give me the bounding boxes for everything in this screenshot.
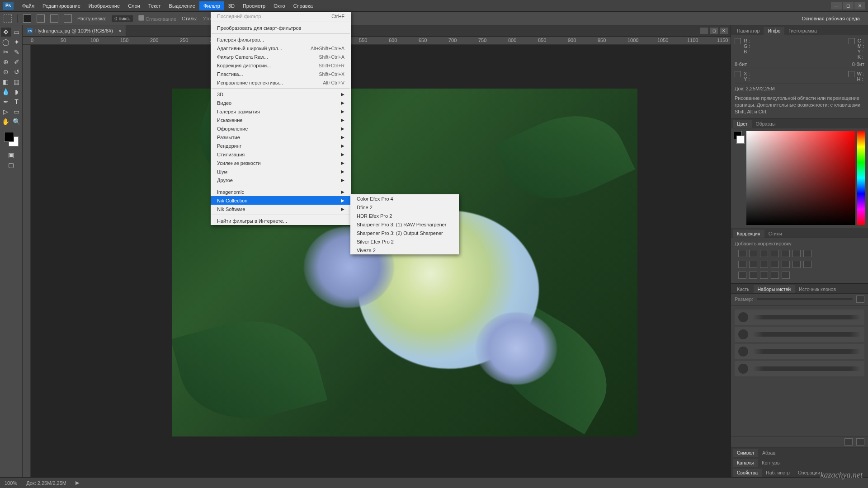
tab-Источник клонов[interactable]: Источник клонов <box>795 285 840 293</box>
doc-close[interactable]: ✕ <box>720 28 728 34</box>
selective-icon[interactable] <box>749 272 757 279</box>
blur-tool[interactable]: 💧 <box>1 87 11 96</box>
brush-size-slider[interactable] <box>757 298 853 300</box>
tab-Каналы[interactable]: Каналы <box>733 459 758 467</box>
dodge-tool[interactable]: ◗ <box>12 87 22 96</box>
path-tool[interactable]: ▷ <box>1 107 11 116</box>
adj5-icon[interactable] <box>782 272 790 279</box>
move-tool[interactable]: ✥ <box>1 28 11 37</box>
menu-item[interactable]: Коррекция дисторсии...Shift+Ctrl+R <box>211 61 351 70</box>
tab-Наб. инстр[interactable]: Наб. инстр <box>762 469 794 477</box>
menu-item[interactable]: Пластика...Shift+Ctrl+X <box>211 70 351 78</box>
selection-add-icon[interactable] <box>37 14 45 23</box>
history-brush-tool[interactable]: ↺ <box>12 67 22 76</box>
menu-item[interactable]: Размытие▶ <box>211 133 351 141</box>
menu-файл[interactable]: Файл <box>18 1 38 10</box>
gradient-map-icon[interactable] <box>738 272 746 279</box>
quickmask-tool[interactable]: ▣ <box>6 150 16 160</box>
feather-value[interactable]: 0 пикс. <box>112 15 133 22</box>
tab-Образцы[interactable]: Образцы <box>752 120 780 128</box>
screenmode-tool[interactable]: ▢ <box>6 160 16 169</box>
mixer-icon[interactable] <box>760 261 768 268</box>
tool-preset-icon[interactable] <box>4 14 12 23</box>
brush-tool[interactable]: ✐ <box>12 57 22 66</box>
maximize-button[interactable]: ◻ <box>843 2 854 9</box>
menu-слои[interactable]: Слои <box>124 1 144 10</box>
posterize-icon[interactable] <box>793 261 801 268</box>
wand-tool[interactable]: ✦ <box>12 38 22 47</box>
threshold-icon[interactable] <box>803 261 811 268</box>
crop-tool[interactable]: ✂ <box>1 47 11 56</box>
healing-tool[interactable]: ⊕ <box>1 57 11 66</box>
hand-tool[interactable]: ✋ <box>1 117 11 126</box>
menu-текст[interactable]: Текст <box>144 1 165 10</box>
workspace-switcher[interactable]: Основная рабочая среда <box>797 15 864 22</box>
menu-item[interactable]: Галерея фильтров... <box>211 35 351 44</box>
menu-item[interactable]: Найти фильтры в Интернете... <box>211 216 351 225</box>
tab-Контуры[interactable]: Контуры <box>758 459 784 467</box>
menu-item[interactable]: Фильтр Camera Raw...Shift+Ctrl+A <box>211 52 351 61</box>
tab-close-icon[interactable]: × <box>118 28 121 33</box>
close-button[interactable]: ✕ <box>854 2 865 9</box>
pen-tool[interactable]: ✒ <box>1 97 11 106</box>
menu-item[interactable]: HDR Efex Pro 2 <box>350 211 459 220</box>
tab-Стили[interactable]: Стили <box>764 230 786 238</box>
exposure-icon[interactable] <box>771 250 779 257</box>
menu-выделение[interactable]: Выделение <box>165 1 199 10</box>
hue-icon[interactable] <box>793 250 801 257</box>
tab-Коррекция[interactable]: Коррекция <box>733 230 764 238</box>
hue-slider[interactable] <box>857 131 865 225</box>
menu-просмотр[interactable]: Просмотр <box>239 1 269 10</box>
color-swatches[interactable] <box>3 131 19 147</box>
menu-item[interactable]: Dfine 2 <box>350 203 459 211</box>
lasso-tool[interactable]: ◯ <box>1 38 11 47</box>
menu-item[interactable]: Оформление▶ <box>211 124 351 133</box>
menu-item[interactable]: Sharpener Pro 3: (2) Output Sharpener <box>350 229 459 237</box>
tab-Инфо[interactable]: Инфо <box>764 27 784 35</box>
stamp-tool[interactable]: ⊙ <box>1 67 11 76</box>
doc-maximize[interactable]: ◻ <box>710 28 718 34</box>
tab-Свойства[interactable]: Свойства <box>733 469 762 477</box>
lookup-icon[interactable] <box>771 261 779 268</box>
curves-icon[interactable] <box>760 250 768 257</box>
menu-3d[interactable]: 3D <box>224 1 239 10</box>
bw-icon[interactable] <box>738 261 746 268</box>
zoom-tool[interactable]: 🔍 <box>12 117 22 126</box>
tab-Символ[interactable]: Символ <box>733 449 758 457</box>
menu-item[interactable]: Silver Efex Pro 2 <box>350 237 459 246</box>
status-arrow-icon[interactable]: ▶ <box>75 480 79 486</box>
menu-справка[interactable]: Справка <box>289 1 317 10</box>
menu-редактирование[interactable]: Редактирование <box>38 1 85 10</box>
marquee-tool[interactable]: ▭ <box>12 28 22 37</box>
menu-item[interactable]: Color Efex Pro 4 <box>350 194 459 203</box>
adj4-icon[interactable] <box>771 272 779 279</box>
menu-item[interactable]: Усиление резкости▶ <box>211 159 351 167</box>
color-field[interactable] <box>746 131 855 225</box>
menu-item[interactable]: Адаптивный широкий угол...Alt+Shift+Ctrl… <box>211 44 351 52</box>
new-brush-icon[interactable] <box>844 438 853 446</box>
brush-preset[interactable] <box>735 310 864 325</box>
menu-item[interactable]: Галерея размытия▶ <box>211 107 351 116</box>
tab-Навигатор[interactable]: Навигатор <box>733 27 764 35</box>
vibrance-icon[interactable] <box>782 250 790 257</box>
menu-item[interactable]: Imagenomic▶ <box>211 188 351 196</box>
selection-new-icon[interactable] <box>23 14 31 23</box>
menu-item[interactable]: Nik Software▶ <box>211 205 351 213</box>
brightness-icon[interactable] <box>738 250 746 257</box>
picker-swatches[interactable] <box>734 131 745 225</box>
menu-item[interactable]: Исправление перспективы...Alt+Ctrl+V <box>211 78 351 87</box>
brush-toggle-icon[interactable] <box>856 296 864 303</box>
brush-preset[interactable] <box>735 327 864 342</box>
levels-icon[interactable] <box>749 250 757 257</box>
menu-фильтр[interactable]: Фильтр <box>199 1 224 10</box>
type-tool[interactable]: T <box>12 97 22 106</box>
menu-item[interactable]: Nik Collection▶ <box>211 196 351 205</box>
tab-Наборы кистей[interactable]: Наборы кистей <box>754 285 795 293</box>
tab-Гистограмма[interactable]: Гистограмма <box>784 27 821 35</box>
tab-Абзац[interactable]: Абзац <box>758 449 779 457</box>
menu-окно[interactable]: Окно <box>269 1 289 10</box>
menu-item[interactable]: Viveza 2 <box>350 246 459 254</box>
menu-item[interactable]: Стилизация▶ <box>211 150 351 159</box>
eyedropper-tool[interactable]: ✎ <box>12 47 22 56</box>
brush-preset[interactable] <box>735 361 864 376</box>
